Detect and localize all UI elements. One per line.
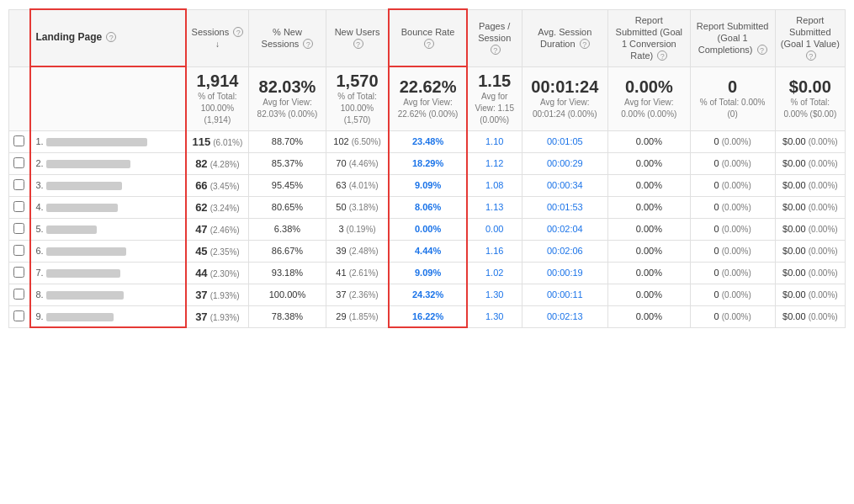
row4-landing-cell: 4.: [30, 196, 186, 218]
row8-pct-new-cell: 100.00%: [249, 284, 326, 305]
totals-pct-new-sub: Avg for View: 82.03% (0.00%): [254, 97, 320, 120]
report-value-help-icon[interactable]: ?: [806, 50, 816, 61]
row1-checkbox-cell[interactable]: [9, 130, 30, 152]
row9-checkbox-cell[interactable]: [9, 305, 30, 327]
row3-report-val-cell: $0.00 (0.00%): [775, 174, 845, 196]
totals-pct-new-cell: 82.03% Avg for View: 82.03% (0.00%): [249, 66, 326, 130]
row2-link[interactable]: [46, 160, 130, 168]
row3-checkbox-cell[interactable]: [9, 174, 30, 196]
avg-session-help-icon[interactable]: ?: [580, 39, 590, 49]
row2-report-comp-cell: 0 (0.00%): [690, 152, 775, 174]
totals-pct-new-main: 82.03%: [254, 77, 320, 97]
row9-new-users-pct: (1.85%): [349, 312, 379, 321]
row9-landing-cell: 9.: [30, 305, 186, 327]
row1-pct-new-cell: 88.70%: [249, 130, 326, 152]
row1-avg-session-cell: 00:01:05: [522, 130, 607, 152]
row1-link[interactable]: [46, 138, 147, 146]
row5-sessions: 47: [195, 223, 207, 236]
row4-pct-new-cell: 80.65%: [249, 196, 326, 218]
row4-checkbox-cell[interactable]: [9, 196, 30, 218]
report-rate-help-icon[interactable]: ?: [657, 50, 667, 61]
row2-pct-new-cell: 85.37%: [249, 152, 326, 174]
row2-sessions-cell: 82 (4.28%): [186, 152, 249, 174]
row7-new-users-pct: (2.61%): [349, 268, 379, 278]
row6-num: 6.: [36, 246, 44, 256]
totals-new-users-main: 1,570: [332, 72, 384, 91]
totals-report-rate-main: 0.00%: [613, 77, 685, 97]
sessions-sort-icon[interactable]: ↓: [215, 40, 220, 49]
row2-avg-session: 00:00:29: [547, 158, 583, 168]
row3-avg-session: 00:00:34: [547, 180, 583, 190]
row7-report-comp: 0: [714, 268, 719, 278]
sessions-help-icon[interactable]: ?: [233, 27, 243, 37]
row2-avg-session-cell: 00:00:29: [522, 152, 607, 174]
row2-new-users: 70: [336, 158, 346, 168]
row3-avg-session-cell: 00:00:34: [522, 174, 607, 196]
row6-checkbox-cell[interactable]: [9, 240, 30, 262]
landing-page-header: Landing Page ?: [30, 9, 186, 66]
row9-sessions: 37: [195, 310, 207, 323]
row4-report-comp: 0: [714, 202, 719, 212]
row3-num: 3.: [36, 180, 44, 190]
row1-pages-cell: 1.10: [467, 130, 522, 152]
row4-avg-session: 00:01:53: [547, 202, 583, 212]
row3-report-val-pct: (0.00%): [809, 181, 838, 190]
row1-report-val: $0.00: [782, 136, 806, 146]
row7-checkbox-cell[interactable]: [9, 262, 30, 284]
row9-report-rate-cell: 0.00%: [608, 305, 691, 327]
table-row: 3. 66 (3.45%) 95.45% 63 (4.01%) 9.09% 1.…: [9, 174, 846, 196]
row4-new-users-cell: 50 (3.18%): [326, 196, 389, 218]
totals-pages-sub: Avg for View: 1.15 (0.00%): [473, 91, 517, 126]
new-users-help-icon[interactable]: ?: [353, 39, 363, 49]
row7-pages: 1.02: [485, 268, 503, 278]
row9-bounce: 16.22%: [412, 311, 443, 321]
row6-report-rate-cell: 0.00%: [608, 240, 691, 262]
row9-link[interactable]: [46, 313, 114, 321]
row5-report-val-cell: $0.00 (0.00%): [775, 218, 845, 240]
row5-report-val-pct: (0.00%): [809, 225, 838, 234]
row2-report-comp-pct: (0.00%): [722, 159, 751, 168]
row1-report-rate-cell: 0.00%: [608, 130, 691, 152]
row6-link[interactable]: [46, 247, 126, 256]
row8-checkbox-cell[interactable]: [9, 284, 30, 305]
row9-pages: 1.30: [485, 311, 503, 321]
row6-pct-new-cell: 86.67%: [249, 240, 326, 262]
row6-new-users: 39: [336, 246, 346, 256]
report-completions-help-icon[interactable]: ?: [757, 45, 767, 55]
row7-bounce: 9.09%: [415, 268, 441, 278]
row9-new-users: 29: [336, 311, 346, 321]
row6-sessions-pct: (2.35%): [210, 247, 240, 257]
pages-session-help-icon[interactable]: ?: [491, 45, 501, 55]
row1-num: 1.: [36, 136, 44, 146]
row5-report-val: $0.00: [782, 224, 806, 234]
row2-new-users-cell: 70 (4.46%): [326, 152, 389, 174]
pages-session-label: Pages / Session: [478, 21, 511, 43]
row9-num: 9.: [36, 311, 44, 321]
row7-report-comp-cell: 0 (0.00%): [690, 262, 775, 284]
row3-link[interactable]: [46, 182, 122, 190]
row6-pages: 1.16: [485, 246, 503, 256]
row8-link[interactable]: [46, 291, 124, 300]
row8-sessions-cell: 37 (1.93%): [186, 284, 249, 305]
pct-new-sessions-help-icon[interactable]: ?: [303, 39, 313, 49]
row4-link[interactable]: [46, 204, 118, 212]
row5-bounce-cell: 0.00%: [389, 218, 466, 240]
row9-pages-cell: 1.30: [467, 305, 522, 327]
row5-link[interactable]: [46, 225, 97, 234]
row2-checkbox-cell[interactable]: [9, 152, 30, 174]
row5-checkbox-cell[interactable]: [9, 218, 30, 240]
row5-report-comp: 0: [714, 224, 719, 234]
landing-page-label: Landing Page: [36, 31, 103, 43]
row8-report-val-pct: (0.00%): [809, 290, 838, 300]
landing-page-help-icon[interactable]: ?: [106, 32, 116, 42]
bounce-rate-help-icon[interactable]: ?: [424, 39, 434, 49]
avg-session-header: Avg. Session Duration ?: [522, 9, 607, 66]
totals-sessions-cell: 1,914 % of Total: 100.00% (1,914): [186, 66, 249, 130]
table-row: 1. 115 (6.01%) 88.70% 102 (6.50%) 23.48%…: [9, 130, 846, 152]
new-users-label: New Users: [335, 27, 380, 37]
bounce-rate-label: Bounce Rate: [401, 27, 455, 37]
row8-new-users: 37: [336, 289, 346, 300]
row7-link[interactable]: [46, 269, 120, 278]
table-row: 2. 82 (4.28%) 85.37% 70 (4.46%) 18.29% 1…: [9, 152, 846, 174]
row3-pages-cell: 1.08: [467, 174, 522, 196]
